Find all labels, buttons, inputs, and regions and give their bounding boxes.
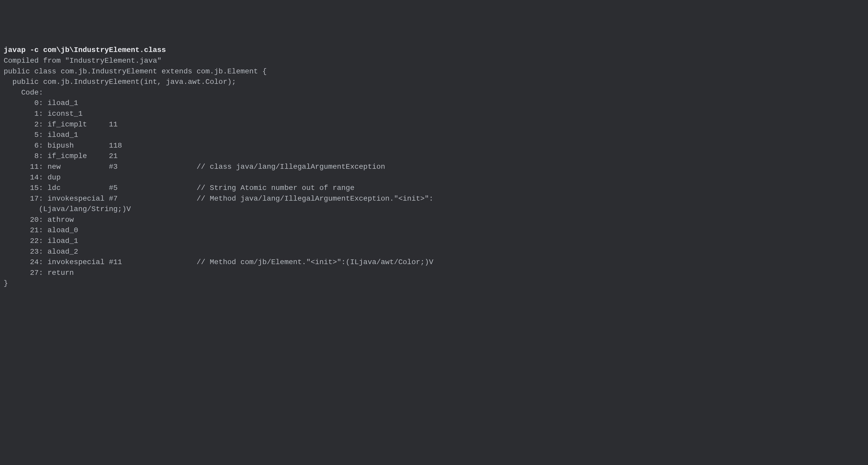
terminal-output: javap -c com\jb\IndustryElement.class Co… (4, 45, 864, 289)
javap-output: Compiled from "IndustryElement.java" pub… (4, 57, 433, 287)
command-line: javap -c com\jb\IndustryElement.class (4, 46, 166, 54)
